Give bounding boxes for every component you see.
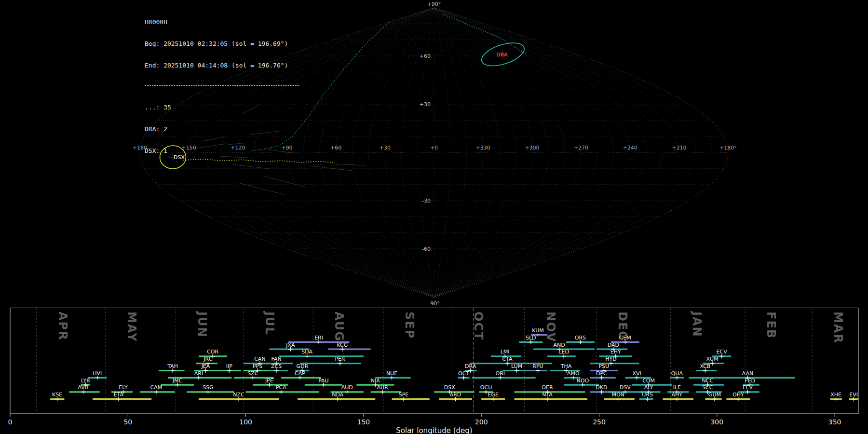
month-label: MAY <box>125 312 138 342</box>
shower-label-KSE: KSE <box>52 392 62 398</box>
shower-label-EGE: EGE <box>488 392 498 398</box>
map-lat-label: +60 <box>420 53 431 59</box>
map-lon-label: +300 <box>525 145 539 151</box>
shower-label-TAH: TAH <box>167 363 178 369</box>
station-id: HR000H <box>145 18 299 26</box>
shower-label-NOO: NOO <box>577 378 589 384</box>
begin-time: Beg: 20251010 02:32:05 (sol = 196.69°) <box>145 40 299 47</box>
shower-label-LMI: LMI <box>501 349 510 355</box>
shower-label-NZC: NZC <box>233 392 244 398</box>
month-label: OCT <box>472 312 485 340</box>
shower-label-OHY: OHY <box>732 392 744 398</box>
shower-label-SSG: SSG <box>203 384 214 391</box>
map-meridian <box>434 8 500 297</box>
shower-label-COR: COR <box>207 349 218 355</box>
meteor-radiant-app: +180+150+120+90+60+30+0+330+300+270+240+… <box>0 0 868 434</box>
map-lat-label: -30 <box>422 198 431 204</box>
shower-label-AHY: AHY <box>672 392 683 398</box>
shower-label-AVB: AVB <box>78 384 89 391</box>
map-lon-label: +180° <box>719 145 737 151</box>
shower-label-XCB: XCB <box>700 363 710 369</box>
shower-label-CAM: CAM <box>150 384 163 391</box>
shower-label-HYD: HYD <box>605 356 616 362</box>
shower-label-ORI: ORI <box>496 370 505 377</box>
shower-label-GUM: GUM <box>708 392 721 398</box>
month-label: FEB <box>764 312 778 339</box>
map-lon-label: +0 <box>430 145 438 151</box>
sky-map: +180+150+120+90+60+30+0+330+300+270+240+… <box>0 0 868 308</box>
map-meridian <box>368 8 434 297</box>
shower-label-JPE: JPE <box>265 378 273 384</box>
count-total: ...: 35 <box>145 104 299 111</box>
meteor-streak <box>332 164 366 165</box>
shower-label-EVI: EVI <box>849 392 858 398</box>
x-tick-label: 100 <box>239 418 252 426</box>
map-lat-label: -60 <box>422 246 431 252</box>
map-lat-label: +30 <box>420 101 431 108</box>
meteor-streak <box>263 176 306 187</box>
shower-label-ETA: ETA <box>114 392 124 398</box>
shower-label-LYR: LYR <box>81 378 90 384</box>
shower-label-MON: MON <box>611 392 624 398</box>
month-label: APR <box>56 312 69 341</box>
shower-label-LUM: LUM <box>511 363 522 369</box>
shower-label-ALY: ALY <box>644 384 653 391</box>
info-panel: HR000H Beg: 20251010 02:32:05 (sol = 196… <box>145 4 299 169</box>
shower-label-LEO: LEO <box>558 349 569 355</box>
shower-label-ARD: ARD <box>450 392 461 398</box>
x-tick-label: 200 <box>475 418 488 426</box>
map-lon-label: +270 <box>574 145 588 151</box>
month-label: JUL <box>263 311 276 336</box>
shower-label-ARI: ARI <box>194 370 203 377</box>
end-time: End: 20251010 04:14:08 (sol = 196.76°) <box>145 62 299 69</box>
shower-label-PPS: PPS <box>253 363 262 369</box>
shower-label-DSV: DSV <box>620 384 631 391</box>
count-dsx: DSX: 1 <box>145 147 299 154</box>
shower-label-SPE: SPE <box>399 392 409 398</box>
map-lon-label: +60 <box>330 145 341 151</box>
shower-label-PAU: PAU <box>318 378 329 384</box>
activity-timeline: APRMAYJUNJULAUGSEPOCTNOVDECJANFEBMARKUME… <box>0 308 868 434</box>
shower-label-NUE: NUE <box>386 370 397 377</box>
map-meridian <box>434 8 695 297</box>
x-tick-label: 150 <box>357 418 370 426</box>
separator <box>145 85 299 86</box>
map-meridian <box>434 8 450 297</box>
shower-label-DAD: DAD <box>608 342 619 348</box>
shower-label-SDA: SDA <box>301 349 312 355</box>
shower-label-GDR: GDR <box>297 363 309 369</box>
shower-label-ERI: ERI <box>314 335 323 341</box>
shower-label-OCU: OCU <box>480 384 492 391</box>
meteor-streak <box>238 183 285 195</box>
shower-label-URS: URS <box>642 392 653 398</box>
shower-label-NIA: NIA <box>371 378 380 384</box>
shower-label-SCC: SCC <box>702 384 713 391</box>
month-label: JAN <box>690 311 704 338</box>
map-meridian <box>385 8 434 297</box>
map-pole-top-label: +90° <box>427 1 441 7</box>
shower-label-IIP: IIP <box>226 363 232 369</box>
shower-label-XHE: XHE <box>830 392 841 398</box>
map-lon-label: +30 <box>380 145 391 151</box>
month-label: AUG <box>332 312 346 342</box>
shower-label-NDA: NDA <box>332 392 344 398</box>
shower-label-SZC: SZC <box>247 370 258 377</box>
month-label: MAR <box>831 312 845 344</box>
shower-label-FED: FED <box>745 378 755 384</box>
shower-label-AAN: AAN <box>742 370 754 377</box>
x-tick-label: 0 <box>8 418 13 426</box>
shower-label-DPC: DPC <box>596 370 607 377</box>
shower-label-JMC: JMC <box>172 378 183 384</box>
shower-label-OCT: OCT <box>458 370 469 377</box>
month-label: NOV <box>544 312 557 342</box>
shower-label-AMO: AMO <box>567 370 580 377</box>
map-lon-label: +330 <box>476 145 490 151</box>
galactic-plane-branch <box>443 14 526 54</box>
shower-label-AND: AND <box>553 342 565 348</box>
shower-label-SLD: SLD <box>526 335 536 341</box>
shower-label-QUA: QUA <box>671 370 683 377</box>
shower-label-XUM: XUM <box>706 356 719 362</box>
shower-label-JEA: JEA <box>201 363 210 369</box>
month-label: SEP <box>403 312 416 339</box>
shower-label-HVI: HVI <box>93 370 102 377</box>
